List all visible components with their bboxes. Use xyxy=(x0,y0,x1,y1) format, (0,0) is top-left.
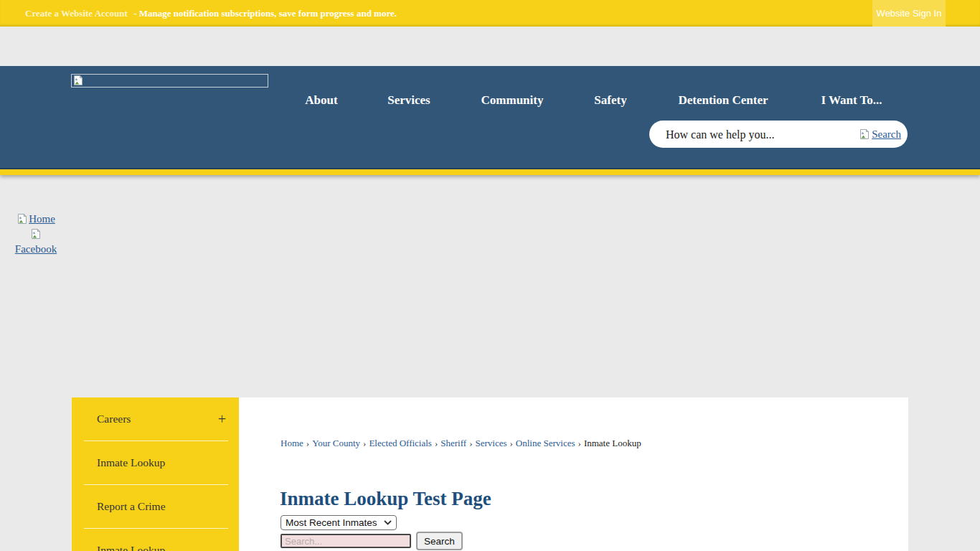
breadcrumb-services[interactable]: Services xyxy=(475,438,507,448)
nav-item-detention-center[interactable]: Detention Center xyxy=(678,93,768,108)
top-account-bar: Create a Website Account - Manage notifi… xyxy=(0,0,980,27)
page-title: Inmate Lookup Test Page xyxy=(280,488,491,510)
sidebar-item-label: Careers xyxy=(97,413,131,425)
chevron-down-icon xyxy=(384,520,392,525)
broken-image-icon xyxy=(30,228,42,240)
site-search-submit: Search xyxy=(859,121,901,148)
sidebar-item-label: Report a Crime xyxy=(97,500,166,513)
nav-item-safety[interactable]: Safety xyxy=(594,93,626,108)
nav-item-services[interactable]: Services xyxy=(387,93,430,108)
inmate-filter-select-value: Most Recent Inmates xyxy=(286,517,377,528)
facebook-link-label: Facebook xyxy=(15,243,57,255)
site-search-link[interactable]: Search xyxy=(872,128,901,141)
quick-links: Home Facebook xyxy=(10,212,62,257)
main-content-panel: Home›Your County›Elected Officials›Sheri… xyxy=(239,397,908,551)
sidebar-menu: Careers + Inmate Lookup Report a Crime I… xyxy=(72,397,239,551)
site-search-box: Search xyxy=(649,121,908,148)
breadcrumb-sheriff[interactable]: Sheriff xyxy=(440,438,466,448)
breadcrumb-online-services[interactable]: Online Services xyxy=(516,438,575,448)
nav-item-i-want-to[interactable]: I Want To... xyxy=(821,93,882,108)
broken-image-icon xyxy=(17,213,28,225)
sidebar-item-inmate-lookup-2[interactable]: Inmate Lookup xyxy=(84,529,228,551)
home-link[interactable]: Home xyxy=(10,212,62,227)
inmate-search-input[interactable] xyxy=(281,534,411,548)
nav-item-about[interactable]: About xyxy=(305,93,337,108)
sidebar-item-inmate-lookup[interactable]: Inmate Lookup xyxy=(84,441,228,485)
yellow-divider-stripe xyxy=(0,169,980,175)
breadcrumb: Home›Your County›Elected Officials›Sheri… xyxy=(281,438,897,449)
broken-image-icon xyxy=(859,128,870,140)
breadcrumb-separator: › xyxy=(306,438,309,448)
breadcrumb-separator: › xyxy=(435,438,438,448)
nav-item-community[interactable]: Community xyxy=(481,93,544,108)
breadcrumb-separator: › xyxy=(510,438,513,448)
home-link-label: Home xyxy=(29,213,55,225)
create-account-link[interactable]: Create a Website Account xyxy=(25,8,128,19)
inmate-filter-select[interactable]: Most Recent Inmates xyxy=(281,515,397,530)
website-sign-in-button[interactable]: Website Sign In xyxy=(872,0,946,27)
sidebar-item-careers[interactable]: Careers + xyxy=(84,397,228,441)
expand-plus-icon[interactable]: + xyxy=(218,412,226,426)
breadcrumb-separator: › xyxy=(469,438,472,448)
breadcrumb-your-county[interactable]: Your County xyxy=(312,438,360,448)
breadcrumb-separator: › xyxy=(578,438,581,448)
account-bar-description: - Manage notification subscriptions, sav… xyxy=(133,8,397,19)
breadcrumb-separator: › xyxy=(363,438,366,448)
site-search-input[interactable] xyxy=(664,123,839,146)
breadcrumb-elected-officials[interactable]: Elected Officials xyxy=(369,438,431,448)
breadcrumb-current-page: Inmate Lookup xyxy=(584,438,641,448)
sidebar-item-label: Inmate Lookup xyxy=(97,544,165,551)
facebook-link[interactable]: Facebook xyxy=(10,227,62,257)
broken-image-icon xyxy=(72,75,84,86)
inmate-search-button[interactable]: Search xyxy=(416,532,463,550)
sidebar-item-report-a-crime[interactable]: Report a Crime xyxy=(84,485,228,529)
sidebar-item-label: Inmate Lookup xyxy=(97,456,165,469)
site-logo-image[interactable] xyxy=(71,74,268,88)
account-bar-text: Create a Website Account - Manage notifi… xyxy=(25,0,397,27)
main-navigation-bar: About Services Community Safety Detentio… xyxy=(0,66,980,169)
inmate-search-row: Search xyxy=(281,532,463,550)
breadcrumb-home[interactable]: Home xyxy=(281,438,303,448)
